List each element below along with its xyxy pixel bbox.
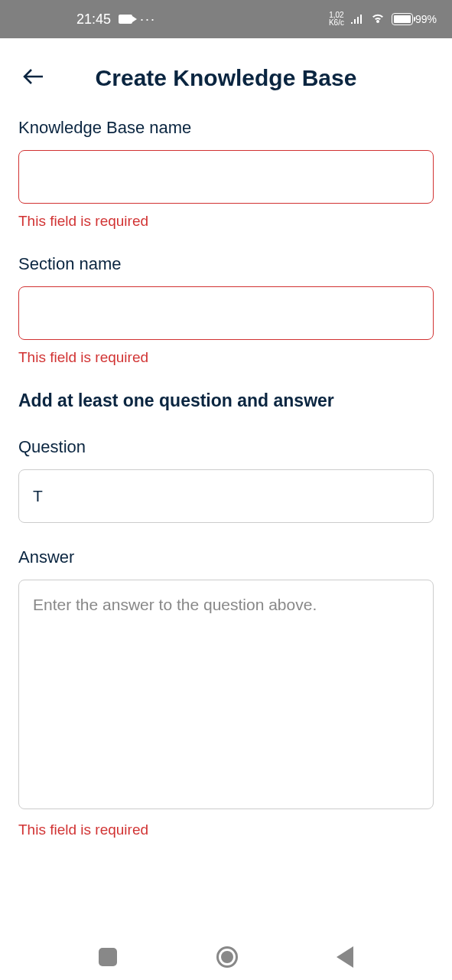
section-name-label: Section name xyxy=(18,254,434,274)
answer-textarea[interactable] xyxy=(18,580,434,809)
main-content: Create Knowledge Base Knowledge Base nam… xyxy=(0,38,452,838)
status-bar: 21:45 ··· 1,02 K6/c 99% xyxy=(0,0,452,38)
more-dots-icon: ··· xyxy=(140,11,156,28)
video-icon xyxy=(119,15,132,24)
back-nav-button[interactable] xyxy=(337,946,353,968)
status-time: 21:45 xyxy=(15,11,111,28)
question-input[interactable] xyxy=(18,469,434,523)
status-left: 21:45 ··· xyxy=(15,11,156,28)
battery-percent: 99% xyxy=(415,13,437,25)
wifi-icon xyxy=(370,12,385,27)
page-title: Create Knowledge Base xyxy=(18,65,434,91)
home-button[interactable] xyxy=(216,946,238,968)
kb-name-error: This field is required xyxy=(18,213,434,230)
question-group: Question xyxy=(18,437,434,523)
signal-icon xyxy=(350,13,364,26)
android-nav-bar xyxy=(0,934,452,980)
kb-name-input[interactable] xyxy=(18,150,434,204)
battery-icon xyxy=(392,13,413,25)
battery-indicator: 99% xyxy=(392,13,437,25)
section-name-group: Section name This field is required xyxy=(18,254,434,366)
back-button[interactable] xyxy=(22,67,45,89)
answer-error: This field is required xyxy=(18,822,434,838)
answer-label: Answer xyxy=(18,547,434,567)
question-label: Question xyxy=(18,437,434,457)
qa-subheading: Add at least one question and answer xyxy=(18,390,434,411)
kb-name-label: Knowledge Base name xyxy=(18,118,434,138)
network-speed: 1,02 K6/c xyxy=(329,11,344,27)
kb-name-group: Knowledge Base name This field is requir… xyxy=(18,118,434,230)
answer-group: Answer This field is required xyxy=(18,547,434,838)
section-name-input[interactable] xyxy=(18,286,434,340)
section-name-error: This field is required xyxy=(18,349,434,366)
recent-apps-button[interactable] xyxy=(99,948,117,966)
status-right: 1,02 K6/c 99% xyxy=(329,11,437,27)
header: Create Knowledge Base xyxy=(18,38,434,118)
